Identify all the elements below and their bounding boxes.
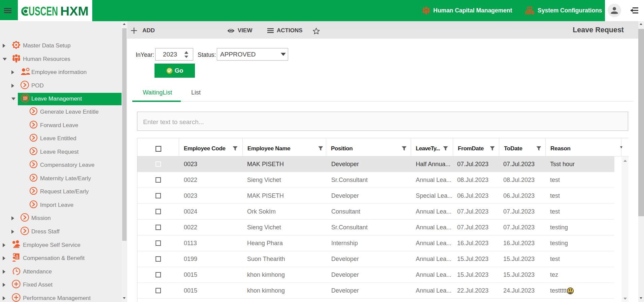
svg-text:HXM: HXM — [60, 4, 89, 18]
svg-text:USCEN: USCEN — [29, 4, 58, 18]
svg-text:$: $ — [16, 254, 18, 258]
